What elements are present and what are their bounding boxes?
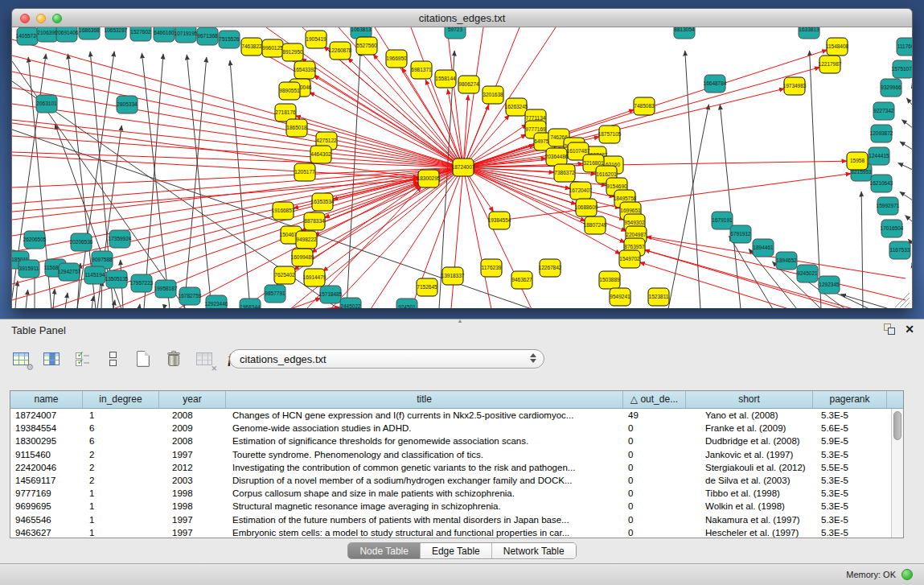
graph-node[interactable]: 20364486: [545, 148, 569, 166]
graph-node[interactable]: 10653287: [105, 27, 128, 39]
graph-node[interactable]: 12093872: [870, 125, 893, 142]
graph-node[interactable]: 11548408: [826, 38, 849, 56]
graph-node[interactable]: 9498222: [296, 231, 317, 249]
graph-node[interactable]: 9890551: [279, 82, 300, 100]
graph-node[interactable]: 16720407: [569, 182, 593, 200]
table-row[interactable]: 977716911998Corpus callosum shape and si…: [10, 487, 903, 500]
graph-node[interactable]: 5527560: [356, 37, 377, 55]
delete-table-icon[interactable]: ✕: [195, 349, 214, 369]
graph-node[interactable]: 19384554: [488, 212, 511, 229]
graph-node[interactable]: 1966950: [386, 50, 407, 68]
table-row[interactable]: 1872400712008Changes of HCN gene express…: [10, 409, 903, 422]
graph-node[interactable]: 16099489: [291, 249, 314, 266]
graph-node[interactable]: 6791912: [730, 225, 751, 243]
graph-node[interactable]: 1523811: [648, 288, 669, 306]
table-row[interactable]: 946362711997Embryonic stem cells: a mode…: [10, 526, 903, 539]
graph-node[interactable]: 6466160: [154, 27, 175, 42]
graph-node[interactable]: 7625402: [274, 266, 295, 284]
graph-node[interactable]: 17016504: [881, 220, 904, 237]
graph-node[interactable]: 4464302: [310, 146, 331, 163]
graph-node[interactable]: 3201638: [483, 86, 503, 104]
graph-node[interactable]: 1549702: [619, 250, 640, 268]
graph-node[interactable]: 1679191: [712, 212, 733, 229]
graph-node[interactable]: 17359924: [109, 230, 132, 248]
graph-node[interactable]: 3915911: [18, 260, 39, 278]
column-header-pagerank[interactable]: pagerank: [813, 391, 887, 408]
network-canvas[interactable]: 1405572421063992069140616863681065328715…: [12, 27, 912, 308]
graph-node[interactable]: 16648784: [704, 75, 727, 93]
graph-node[interactable]: 59723: [445, 27, 466, 39]
graph-node[interactable]: 14055724: [16, 27, 39, 45]
graph-node[interactable]: 2063101: [36, 95, 57, 113]
delete-column-icon[interactable]: [164, 349, 183, 369]
graph-node[interactable]: 26206505: [23, 231, 47, 249]
graph-node[interactable]: 1205177: [294, 163, 315, 181]
graph-node[interactable]: 7463822: [241, 38, 262, 56]
graph-node[interactable]: 9960125: [262, 39, 283, 57]
table-row[interactable]: 911546021997Tourette syndrome. Phenomeno…: [10, 448, 903, 461]
graph-node[interactable]: 9806274: [458, 76, 479, 93]
graph-node[interactable]: 18724007: [452, 159, 475, 176]
graph-node[interactable]: 16782759: [179, 287, 202, 305]
tab-edge-table[interactable]: Edge Table: [421, 543, 492, 558]
column-checks-icon[interactable]: ✓ ✓: [72, 349, 92, 369]
column-header-name[interactable]: name: [10, 391, 83, 408]
graph-node[interactable]: 1968344: [240, 299, 261, 308]
graph-node[interactable]: 1527602: [130, 27, 151, 41]
graph-node[interactable]: 17957223: [130, 274, 154, 292]
graph-node[interactable]: 1503889: [599, 271, 620, 289]
graph-node[interactable]: 6981371: [411, 61, 432, 79]
graph-node[interactable]: 9227342: [873, 102, 894, 120]
graph-node[interactable]: 1117604: [897, 38, 912, 56]
new-column-icon[interactable]: [133, 349, 153, 369]
graph-node[interactable]: 12942757: [58, 263, 81, 281]
graph-node[interactable]: 15992971: [877, 197, 900, 215]
graph-node[interactable]: 7515526: [219, 31, 240, 48]
graph-node[interactable]: 12267842: [539, 259, 562, 277]
graph-node[interactable]: 1145194: [84, 266, 105, 284]
graph-node[interactable]: 10719195: [175, 27, 198, 43]
graph-node[interactable]: 12923446: [205, 295, 228, 308]
graph-node[interactable]: 9463627: [511, 271, 532, 289]
scrollbar-thumb[interactable]: [893, 411, 901, 440]
table-row[interactable]: 1830029562008Estimation of significance …: [10, 435, 903, 447]
table-selector-dropdown[interactable]: citations_edges.txt: [229, 349, 544, 369]
graph-node[interactable]: 924501: [396, 299, 417, 308]
graph-node[interactable]: 16263245: [505, 98, 528, 116]
column-header-out_de[interactable]: △ out_de...: [623, 391, 686, 408]
graph-node[interactable]: 10688609: [575, 199, 598, 216]
graph-node[interactable]: 7386372: [554, 164, 575, 182]
graph-node[interactable]: 2445022: [340, 298, 361, 308]
graph-node[interactable]: 19958187: [154, 280, 178, 298]
graph-node[interactable]: 9671368: [197, 27, 218, 45]
graph-node[interactable]: 16914479: [303, 269, 326, 286]
graph-node[interactable]: 7152645: [417, 278, 437, 296]
table-row[interactable]: 969969511998Structural magnetic resonanc…: [10, 500, 903, 513]
graph-node[interactable]: 20206536: [70, 233, 93, 251]
table-row[interactable]: 1456911722003Disruption of a novel membe…: [10, 474, 903, 487]
graph-node[interactable]: 19166857: [272, 202, 295, 220]
graph-node[interactable]: 19734983: [783, 77, 807, 95]
row-height-icon[interactable]: [103, 349, 122, 369]
graph-node[interactable]: 2805334: [117, 96, 138, 113]
graph-node[interactable]: 13505135: [105, 270, 129, 288]
float-panel-icon[interactable]: [884, 323, 895, 335]
graph-node[interactable]: 1865018: [286, 119, 307, 137]
column-header-year[interactable]: year: [159, 391, 226, 408]
citation-network-graph[interactable]: 1405572421063992069140616863681065328715…: [12, 27, 912, 308]
graph-node[interactable]: 12260878: [329, 42, 352, 60]
graph-node[interactable]: 16543392: [294, 61, 317, 79]
graph-node[interactable]: 1633813: [799, 27, 819, 39]
table-row[interactable]: 946554611997Estimation of the future num…: [10, 513, 903, 526]
graph-node[interactable]: 15958: [847, 152, 868, 170]
graph-node[interactable]: 1686368: [79, 27, 100, 39]
tab-node-table[interactable]: Node Table: [348, 543, 421, 558]
graph-node[interactable]: 16210643: [870, 175, 893, 192]
graph-node[interactable]: 1905419: [306, 31, 326, 48]
graph-node[interactable]: 16353534: [311, 193, 335, 211]
graph-node[interactable]: 9329966: [881, 79, 901, 97]
graph-node[interactable]: 18757105: [598, 126, 622, 143]
graph-node[interactable]: 7485083: [634, 97, 655, 115]
graph-node[interactable]: 1558144: [435, 70, 456, 88]
graph-node[interactable]: 9857791: [265, 285, 285, 303]
